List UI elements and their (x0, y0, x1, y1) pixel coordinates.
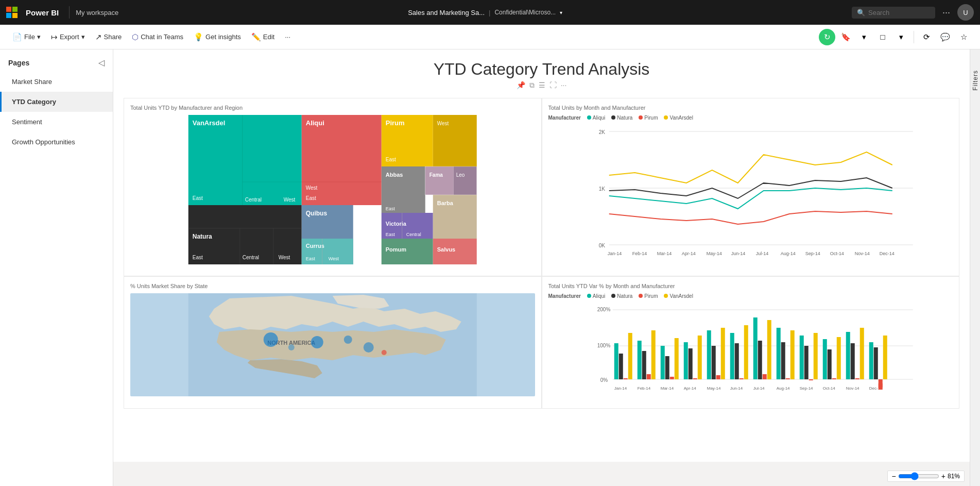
svg-text:West: West (279, 255, 290, 260)
edit-icon: ✏️ (251, 32, 261, 42)
sidebar-collapse-button[interactable]: ◁ (98, 58, 105, 68)
confidential-label: Confidential\Microso... (494, 9, 556, 16)
copy-icon[interactable]: ⧉ (529, 81, 535, 90)
svg-rect-86 (623, 378, 627, 379)
sidebar-item-growth-opportunities[interactable]: Growth Opportunities (0, 132, 113, 152)
get-insights-button[interactable]: 💡 Get insights (190, 29, 245, 45)
svg-rect-103 (720, 328, 725, 379)
svg-text:Currus: Currus (306, 243, 324, 249)
svg-point-74 (364, 342, 374, 353)
svg-text:Natura: Natura (193, 233, 212, 240)
pin-icon[interactable]: 📌 (517, 81, 525, 90)
avatar[interactable]: U (957, 4, 974, 21)
chevron-down-icon[interactable]: ▾ (560, 10, 562, 15)
svg-rect-128 (869, 342, 873, 379)
svg-text:100%: 100% (597, 343, 610, 348)
filter-icon[interactable]: ☰ (539, 81, 545, 90)
zoom-bar: − + 81% (887, 471, 965, 482)
svg-rect-91 (651, 330, 655, 379)
svg-text:Abbas: Abbas (386, 172, 403, 178)
svg-rect-102 (716, 375, 720, 379)
map-chart[interactable]: NORTH AMERICA (130, 293, 535, 396)
zoom-minus-button[interactable]: − (892, 472, 896, 480)
bar-legend-pirum: Pirum (639, 293, 658, 299)
file-button[interactable]: 📄 File ▾ (8, 29, 45, 45)
filters-label[interactable]: Filters (972, 70, 979, 91)
svg-text:Quibus: Quibus (306, 210, 328, 217)
svg-rect-106 (739, 378, 743, 379)
content-area: YTD Category Trend Analysis 📌 ⧉ ☰ ⛶ ··· … (113, 49, 970, 486)
comments-button[interactable]: 💬 (937, 29, 953, 45)
svg-rect-99 (697, 336, 701, 379)
bar-chart-panel: Total Units YTD Var % by Month and Manuf… (542, 276, 960, 409)
svg-text:Central: Central (243, 255, 259, 260)
zoom-plus-button[interactable]: + (941, 472, 945, 480)
svg-text:Fama: Fama (429, 172, 443, 178)
toolbar-right: ↻ 🔖 ▾ □ ▾ ⟳ 💬 ☆ (819, 29, 972, 45)
bookmark-button[interactable]: 🔖 (837, 29, 854, 45)
svg-rect-131 (883, 336, 887, 379)
line-chart-panel: Total Units by Month and Manufacturer Ma… (542, 98, 960, 276)
svg-point-75 (288, 344, 295, 350)
svg-text:Victoria: Victoria (386, 221, 407, 227)
svg-text:Barba: Barba (437, 200, 454, 206)
search-box[interactable]: 🔍 (852, 7, 935, 19)
chat-in-teams-button[interactable]: ⬡ Chat in Teams (128, 29, 187, 45)
svg-point-77 (382, 350, 387, 355)
canvas-more-icon[interactable]: ··· (561, 81, 567, 90)
view-button[interactable]: □ (874, 29, 891, 45)
file-chevron-icon: ▾ (37, 33, 41, 41)
svg-text:Nov-14: Nov-14 (854, 251, 869, 256)
svg-rect-115 (790, 330, 794, 379)
svg-rect-90 (646, 374, 650, 379)
refresh-button[interactable]: ↻ (819, 29, 835, 45)
svg-point-73 (344, 336, 352, 344)
treemap-chart[interactable]: VanArsdel East Natura East Central West (130, 115, 535, 270)
workspace-label[interactable]: My workspace (76, 9, 118, 16)
svg-text:Leo: Leo (456, 172, 465, 178)
svg-rect-129 (873, 347, 878, 379)
share-button[interactable]: ↗ Share (91, 29, 126, 45)
teams-icon: ⬡ (132, 32, 139, 42)
bookmark-chevron-button[interactable]: ▾ (856, 29, 872, 45)
star-button[interactable]: ☆ (955, 29, 972, 45)
sidebar-item-ytd-category[interactable]: YTD Category (0, 92, 113, 112)
sidebar-item-sentiment[interactable]: Sentiment (0, 112, 113, 132)
svg-text:Jul-14: Jul-14 (753, 386, 764, 391)
svg-rect-122 (832, 378, 836, 379)
svg-text:West: West (329, 256, 339, 261)
expand-icon[interactable]: ⛶ (549, 81, 557, 90)
search-input[interactable] (868, 9, 930, 16)
bar-chart-svg: 200% 100% 0% (548, 302, 953, 400)
reload-button[interactable]: ⟳ (918, 29, 935, 45)
svg-text:2K: 2K (598, 129, 605, 135)
insights-icon: 💡 (194, 32, 203, 42)
file-icon: 📄 (12, 32, 22, 42)
zoom-slider[interactable] (898, 472, 939, 480)
view-chevron-button[interactable]: ▾ (893, 29, 909, 45)
svg-rect-120 (822, 339, 827, 379)
svg-text:200%: 200% (597, 307, 610, 312)
legend-pirum: Pirum (639, 115, 658, 121)
line-chart-title: Total Units by Month and Manufacturer (548, 105, 953, 111)
sidebar-item-market-share[interactable]: Market Share (0, 72, 113, 92)
legend-vanarsdel: VanArsdel (664, 115, 693, 121)
svg-text:0K: 0K (598, 243, 605, 248)
bar-legend-natura: Natura (611, 293, 632, 299)
toolbar-more-button[interactable]: ··· (281, 30, 295, 44)
svg-text:East: East (386, 206, 396, 211)
svg-text:Oct-14: Oct-14 (830, 251, 844, 256)
treemap-title: Total Units YTD by Manufacturer and Regi… (130, 105, 535, 111)
report-name: Sales and Marketing Sa... (408, 9, 485, 16)
svg-text:West: West (306, 185, 318, 191)
svg-text:Mar-14: Mar-14 (660, 386, 674, 391)
svg-text:Jun-14: Jun-14 (731, 251, 745, 256)
legend-natura: Natura (611, 115, 632, 121)
more-options-icon[interactable]: ··· (939, 7, 953, 18)
svg-text:Sep-14: Sep-14 (805, 251, 820, 256)
svg-rect-111 (767, 320, 771, 379)
export-button[interactable]: ↦ Export ▾ (47, 29, 89, 45)
edit-button[interactable]: ✏️ Edit (247, 29, 279, 45)
export-chevron-icon: ▾ (81, 33, 85, 41)
main-layout: Pages ◁ Market Share YTD Category Sentim… (0, 49, 980, 486)
